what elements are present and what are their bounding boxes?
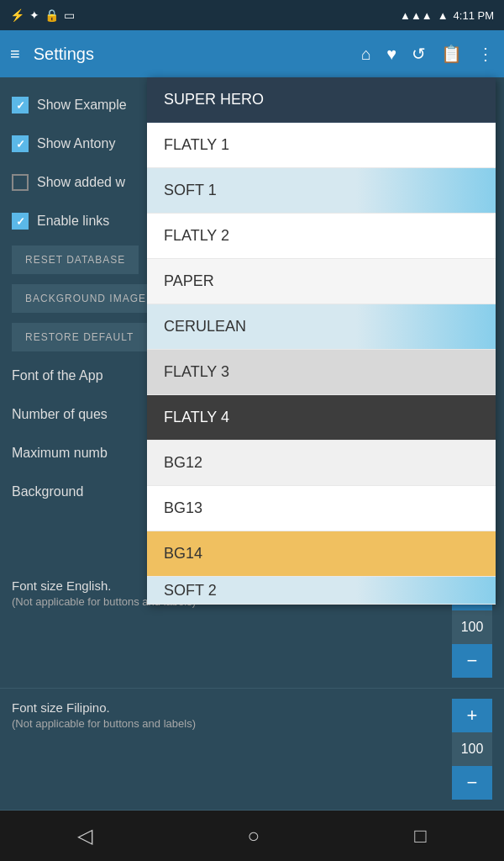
- dropdown-item-flatly2[interactable]: FLATLY 2: [147, 214, 496, 259]
- restore-default-button[interactable]: RESTORE DEFAULT: [12, 323, 147, 351]
- app-bar-left: ≡ Settings: [10, 45, 94, 64]
- battery-icon: ▭: [64, 8, 75, 22]
- dropdown-item-superhero[interactable]: SUPER HERO: [147, 77, 496, 123]
- home-button[interactable]: ○: [247, 824, 260, 848]
- show-antony-checkbox[interactable]: ✓: [12, 135, 29, 152]
- heart-icon[interactable]: ♥: [386, 45, 396, 64]
- reset-database-button[interactable]: RESET DATABASE: [12, 246, 139, 274]
- checkmark-icon: ✓: [16, 99, 25, 112]
- dropdown-item-soft1[interactable]: SOFT 1: [147, 168, 496, 214]
- num-ques-label: Number of ques: [12, 407, 108, 422]
- dropdown-item-soft2[interactable]: SOFT 2: [147, 577, 496, 605]
- theme-dropdown[interactable]: SUPER HERO FLATLY 1 SOFT 1 FLATLY 2 PAPE…: [147, 77, 496, 605]
- background-image-button[interactable]: BACKGROUND IMAGE: [12, 284, 160, 313]
- enable-links-label: Enable links: [37, 214, 109, 229]
- clipboard-icon[interactable]: 📋: [441, 44, 462, 64]
- checkmark-icon3: ✓: [16, 215, 25, 228]
- app-bar-right: ⌂ ♥ ↺ 📋 ⋮: [361, 44, 494, 64]
- dropdown-item-flatly3[interactable]: FLATLY 3: [147, 350, 496, 395]
- more-icon[interactable]: ⋮: [477, 44, 494, 64]
- antenna-icon: ⚡: [10, 8, 24, 22]
- font-filipino-value: 100: [452, 732, 492, 766]
- home-icon[interactable]: ⌂: [361, 45, 371, 64]
- dropdown-item-bg14[interactable]: BG14: [147, 531, 496, 577]
- status-right: ▲▲▲ ▲ 4:11 PM: [400, 9, 494, 22]
- max-numb-label: Maximum numb: [12, 446, 108, 461]
- back-button[interactable]: ◁: [77, 824, 92, 848]
- dropdown-item-bg13[interactable]: BG13: [147, 486, 496, 531]
- checkmark-icon2: ✓: [16, 138, 25, 151]
- show-added-checkbox[interactable]: [12, 174, 29, 191]
- dropdown-item-cerulean[interactable]: CERULEAN: [147, 304, 496, 350]
- dropdown-item-bg12[interactable]: BG12: [147, 441, 496, 486]
- bottom-nav: ◁ ○ □: [0, 811, 504, 861]
- enable-links-checkbox[interactable]: ✓: [12, 213, 29, 230]
- dropdown-item-paper[interactable]: PAPER: [147, 259, 496, 304]
- dropdown-item-flatly1[interactable]: FLATLY 1: [147, 123, 496, 168]
- font-english-minus[interactable]: −: [452, 644, 492, 678]
- font-filipino-minus[interactable]: −: [452, 766, 492, 800]
- signal-icon: ▲▲▲: [400, 9, 433, 22]
- settings-area: ✓ Show Example ✓ Show Antony Show added …: [0, 77, 504, 520]
- font-filipino-plus[interactable]: +: [452, 699, 492, 732]
- status-left: ⚡ ✦ 🔒 ▭: [10, 8, 75, 22]
- font-filipino-counter: + 100 −: [452, 699, 492, 800]
- font-app-label: Font of the App: [12, 368, 103, 383]
- menu-icon[interactable]: ≡: [10, 45, 20, 64]
- show-antony-label: Show Antony: [37, 136, 115, 151]
- font-filipino-sublabel: (Not applicable for buttons and labels): [12, 716, 444, 732]
- status-bar: ⚡ ✦ 🔒 ▭ ▲▲▲ ▲ 4:11 PM: [0, 0, 504, 30]
- lock-icon: 🔒: [45, 8, 59, 22]
- show-added-label: Show added w: [37, 175, 125, 190]
- history-icon[interactable]: ↺: [412, 44, 426, 64]
- font-filipino-row: Font size Filipino. (Not applicable for …: [0, 689, 504, 811]
- time-display: 4:11 PM: [454, 9, 494, 22]
- recent-button[interactable]: □: [414, 824, 427, 848]
- app-title: Settings: [34, 45, 94, 64]
- show-example-label: Show Example: [37, 98, 127, 113]
- dropdown-item-flatly4[interactable]: FLATLY 4: [147, 395, 496, 441]
- wifi-icon: ▲: [438, 9, 449, 22]
- font-filipino-label: Font size Filipino. (Not applicable for …: [12, 699, 444, 732]
- show-example-checkbox[interactable]: ✓: [12, 97, 29, 114]
- bluetooth-icon: ✦: [29, 8, 39, 22]
- font-filipino-title: Font size Filipino.: [12, 699, 444, 716]
- font-english-value: 100: [452, 610, 492, 644]
- app-bar: ≡ Settings ⌂ ♥ ↺ 📋 ⋮: [0, 30, 504, 77]
- background-label: Background: [12, 484, 83, 499]
